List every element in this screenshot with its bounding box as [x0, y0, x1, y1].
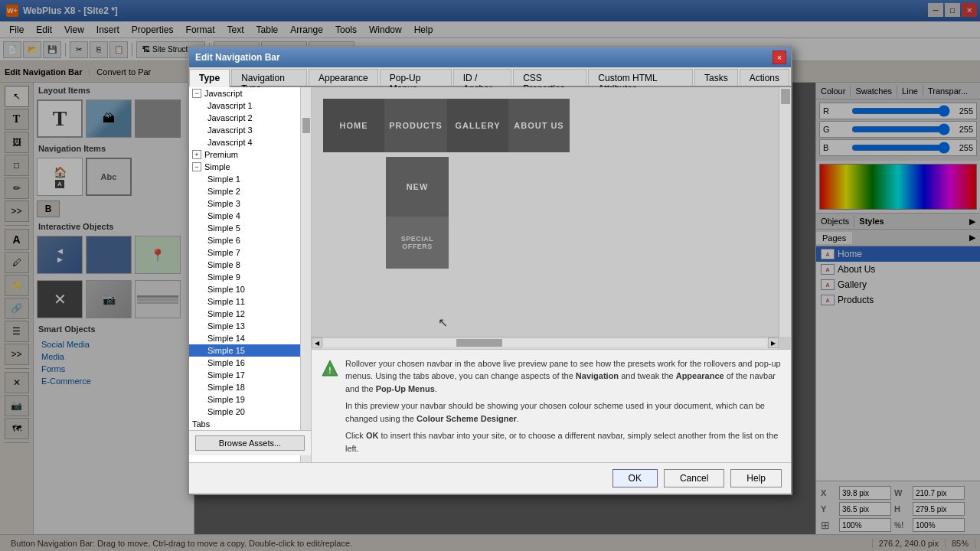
info-text-area: ! Rollover your chosen navbar in the abo… [312, 349, 791, 463]
tree-item-js1[interactable]: Javascript 1 [189, 99, 311, 112]
tree-item-s18[interactable]: Simple 18 [189, 381, 311, 393]
tree-item-s4[interactable]: Simple 4 [189, 210, 311, 222]
tree-item-s13[interactable]: Simple 13 [189, 320, 311, 332]
tree-item-s17[interactable]: Simple 17 [189, 369, 311, 381]
browse-btn-area: Browse Assets... [189, 430, 311, 455]
dialog-body: − Javascript Javascript 1 Javascript 2 J… [189, 87, 791, 462]
dialog-tab-popup-menus[interactable]: Pop-Up Menus [380, 69, 452, 86]
dialog-tab-type[interactable]: Type [189, 69, 230, 87]
tree-scrollbar [300, 87, 311, 462]
sub-nav-buttons: NEW SPECIAL OFFERS [386, 157, 449, 269]
tree-item-s9[interactable]: Simple 9 [189, 271, 311, 283]
sub-nav-special[interactable]: SPECIAL OFFERS [386, 217, 449, 269]
help-button[interactable]: Help [730, 469, 782, 487]
dialog-tab-navigation-type[interactable]: Navigation Type [231, 69, 307, 86]
tree-item-tabs[interactable]: Tabs [189, 418, 311, 430]
tree-item-s10[interactable]: Simple 10 [189, 283, 311, 295]
tree-item-s7[interactable]: Simple 7 [189, 246, 311, 259]
tree-item-javascript[interactable]: − Javascript [189, 87, 311, 99]
dialog-overlay: Edit Navigation Bar × Type Navigation Ty… [0, 0, 980, 551]
tree-item-s5[interactable]: Simple 5 [189, 222, 311, 234]
tree-item-s8[interactable]: Simple 8 [189, 259, 311, 271]
tree-item-js3[interactable]: Javascript 3 [189, 124, 311, 136]
tree-scroll-thumb[interactable] [302, 118, 310, 133]
dialog-tabs: Type Navigation Type Appearance Pop-Up M… [189, 67, 791, 87]
info-text-content: Rollover your chosen navbar in the above… [345, 357, 782, 455]
tree-item-s2[interactable]: Simple 2 [189, 185, 311, 197]
tree-item-s16[interactable]: Simple 16 [189, 357, 311, 369]
info-para2: In this preview your navbar should be sh… [345, 399, 782, 425]
nav-preview-products[interactable]: PRODUCTS [384, 99, 447, 152]
tree-item-simple[interactable]: − Simple [189, 161, 311, 173]
cursor-indicator: ↖ [438, 315, 448, 330]
tree-item-s19[interactable]: Simple 19 [189, 393, 311, 406]
tree-item-s3[interactable]: Simple 3 [189, 197, 311, 210]
edit-navigation-bar-dialog: Edit Navigation Bar × Type Navigation Ty… [188, 46, 792, 495]
tree-item-js2[interactable]: Javascript 2 [189, 112, 311, 124]
ok-button[interactable]: OK [612, 469, 658, 487]
preview-vscroll-thumb[interactable] [781, 89, 790, 104]
tree-item-s6[interactable]: Simple 6 [189, 234, 311, 246]
info-para3: Click OK to insert this navbar into your… [345, 429, 782, 455]
tree-label-javascript: Javascript [204, 89, 243, 98]
sub-nav-new[interactable]: NEW [386, 157, 449, 217]
nav-preview-gallery[interactable]: GALLERY [447, 99, 508, 152]
hscroll-track [324, 339, 766, 347]
dialog-title: Edit Navigation Bar [195, 52, 280, 63]
nav-preview-area: ◀ ▶ HOME PRODUCTS GALLERY ABOUT US [312, 87, 791, 349]
preview-scrollbar-v[interactable] [779, 87, 791, 337]
nav-preview-buttons: HOME PRODUCTS GALLERY ABOUT US [323, 99, 570, 152]
preview-section: ◀ ▶ HOME PRODUCTS GALLERY ABOUT US [312, 87, 791, 462]
tree-label-premium: Premium [204, 150, 238, 159]
dialog-close-button[interactable]: × [773, 51, 786, 64]
nav-preview-about[interactable]: ABOUT US [508, 99, 570, 152]
nav-type-tree: − Javascript Javascript 1 Javascript 2 J… [189, 87, 312, 462]
tree-item-s11[interactable]: Simple 11 [189, 295, 311, 308]
tree-item-s14[interactable]: Simple 14 [189, 332, 311, 344]
tree-item-premium[interactable]: + Premium [189, 148, 311, 161]
dialog-tab-css-properties[interactable]: CSS Properties [513, 69, 586, 86]
dialog-title-bar: Edit Navigation Bar × [189, 47, 791, 67]
tree-item-s20[interactable]: Simple 20 [189, 406, 311, 418]
hscroll-thumb[interactable] [456, 339, 502, 347]
dialog-tab-custom-html[interactable]: Custom HTML Attributes [588, 69, 693, 86]
cancel-button[interactable]: Cancel [664, 469, 724, 487]
svg-text:!: ! [328, 367, 331, 375]
preview-scrollbar-h[interactable]: ◀ ▶ [312, 337, 779, 349]
hscroll-left-btn[interactable]: ◀ [312, 337, 322, 348]
info-para1: Rollover your chosen navbar in the above… [345, 357, 782, 396]
dialog-tab-id-anchor[interactable]: ID / Anchor [453, 69, 511, 86]
tree-item-s15[interactable]: Simple 15 [189, 344, 311, 357]
dialog-tab-appearance[interactable]: Appearance [309, 69, 378, 86]
browse-assets-button[interactable]: Browse Assets... [195, 435, 305, 451]
tree-item-s1[interactable]: Simple 1 [189, 173, 311, 185]
info-icon: ! [321, 359, 339, 455]
dialog-tab-actions[interactable]: Actions [740, 69, 789, 86]
dialog-footer: OK Cancel Help [189, 462, 791, 494]
tree-item-s12[interactable]: Simple 12 [189, 308, 311, 320]
dialog-tab-tasks[interactable]: Tasks [694, 69, 738, 86]
nav-preview-home[interactable]: HOME [323, 99, 384, 152]
hscroll-right-btn[interactable]: ▶ [768, 337, 779, 348]
tree-label-simple: Simple [204, 162, 230, 171]
tree-item-js4[interactable]: Javascript 4 [189, 136, 311, 148]
